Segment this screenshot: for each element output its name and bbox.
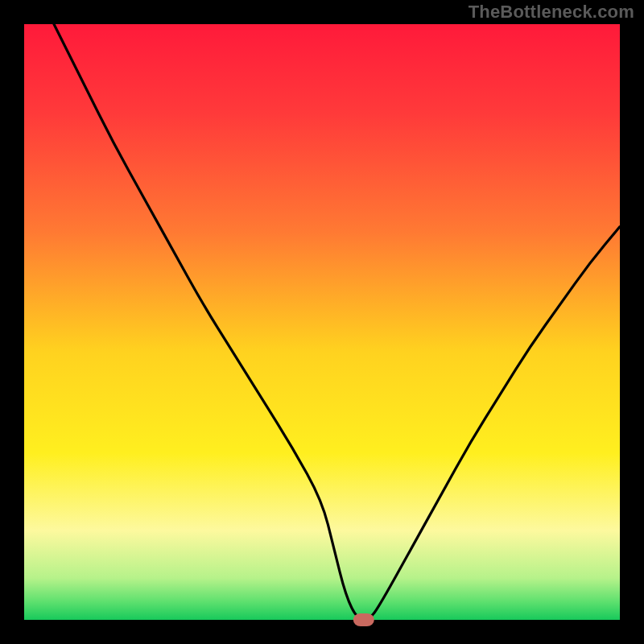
optimal-marker [353,613,374,626]
plot-background [24,24,620,620]
watermark-text: TheBottleneck.com [469,2,634,23]
bottleneck-chart [0,0,644,644]
chart-frame: TheBottleneck.com [0,0,644,644]
